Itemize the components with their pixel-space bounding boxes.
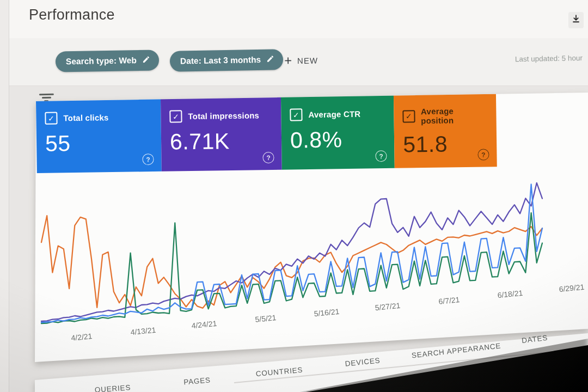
metric-value: 51.8 (403, 131, 488, 157)
download-button[interactable] (568, 12, 584, 28)
plus-icon: + (284, 54, 292, 67)
metric-value: 6.71K (170, 128, 273, 155)
series-line-total-impressions (41, 183, 542, 321)
screenshot-stage: Performance Search type: Web Date: Last … (0, 0, 588, 392)
checkbox-icon[interactable]: ✓ (45, 112, 57, 124)
help-icon[interactable]: ? (477, 149, 489, 160)
checkbox-icon[interactable]: ✓ (290, 108, 302, 121)
metric-card-total-clicks[interactable]: ✓ Total clicks 55 ? (36, 99, 162, 173)
performance-line-chart (35, 170, 549, 333)
series-line-total-clicks (41, 185, 542, 323)
metric-card-average-position[interactable]: ✓ Average position 51.8 ? (394, 94, 497, 168)
page-header: Performance (9, 0, 588, 39)
chip-date-range[interactable]: Date: Last 3 months (170, 49, 284, 72)
edit-pencil-icon (266, 54, 274, 65)
metric-cards-row: ✓ Total clicks 55 ? ✓ Total impressions … (36, 94, 497, 173)
edit-pencil-icon (142, 55, 150, 65)
metric-label: Total clicks (63, 113, 108, 122)
metric-value: 0.8% (290, 126, 386, 153)
new-filter-button[interactable]: + NEW (284, 53, 318, 67)
metric-card-total-impressions[interactable]: ✓ Total impressions 6.71K ? (161, 97, 282, 171)
page-title: Performance (29, 7, 115, 23)
download-icon (571, 14, 581, 27)
metric-card-average-ctr[interactable]: ✓ Average CTR 0.8% ? (281, 95, 395, 170)
metric-label: Average CTR (308, 109, 360, 119)
help-icon[interactable]: ? (142, 154, 154, 165)
metric-label: Total impressions (188, 111, 259, 121)
metric-value: 55 (45, 130, 153, 157)
help-icon[interactable]: ? (262, 152, 274, 163)
chip-search-type[interactable]: Search type: Web (56, 50, 159, 72)
chip-date-range-label: Date: Last 3 months (180, 55, 261, 66)
x-axis-tick-label: 6/7/21 (438, 295, 460, 306)
last-updated-text: Last updated: 5 hour (515, 54, 588, 63)
metric-label: Average position (421, 106, 488, 125)
left-edge-strip (0, 0, 9, 392)
checkbox-icon[interactable]: ✓ (402, 110, 415, 122)
series-line-average-ctr (41, 213, 542, 323)
help-icon[interactable]: ? (375, 150, 387, 162)
checkbox-icon[interactable]: ✓ (169, 110, 182, 122)
chip-search-type-label: Search type: Web (66, 56, 137, 66)
new-filter-label: NEW (297, 56, 318, 65)
